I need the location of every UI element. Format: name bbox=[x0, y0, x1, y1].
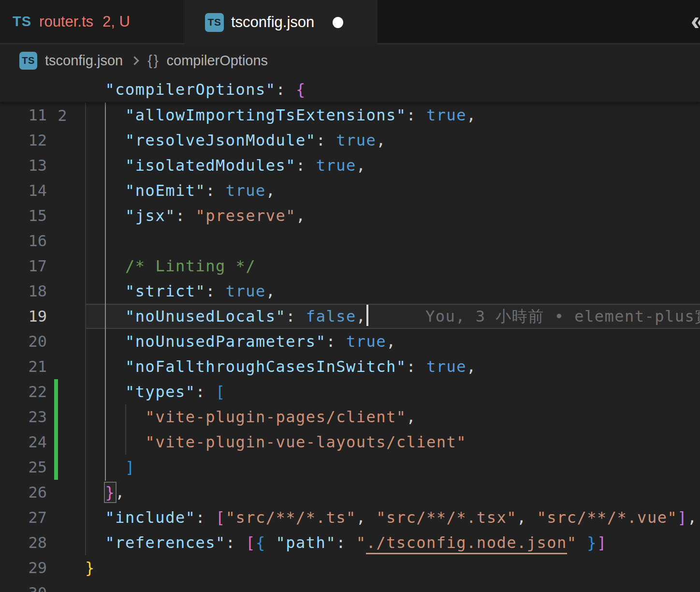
line-content: "noFallthroughCasesInSwitch": true, bbox=[85, 354, 477, 379]
code-token: [ bbox=[246, 533, 256, 552]
tsconfig-file-icon: TS bbox=[19, 52, 37, 70]
code-token: , bbox=[467, 357, 477, 376]
code-token: false bbox=[306, 307, 356, 326]
line-content: ] bbox=[85, 455, 135, 480]
line-number[interactable]: 30 bbox=[0, 580, 47, 592]
code-line[interactable]: 29} bbox=[0, 555, 700, 580]
code-token: ] bbox=[597, 533, 607, 552]
line-content: "allowImportingTsExtensions": true, bbox=[85, 103, 477, 128]
code-token: : bbox=[226, 533, 246, 552]
line-content: /* Linting */ bbox=[85, 253, 256, 279]
object-symbol-icon: {} bbox=[147, 53, 160, 69]
code-token bbox=[577, 533, 587, 552]
code-token: , bbox=[115, 483, 125, 502]
code-token: : bbox=[407, 357, 427, 376]
code-token: "include" bbox=[105, 508, 196, 527]
git-blame-annotation: You, 3 小時前 • element-plus實 bbox=[425, 304, 700, 329]
line-content: }, bbox=[85, 480, 125, 505]
active-indent-guide bbox=[105, 103, 106, 481]
code-token: true bbox=[226, 181, 266, 200]
code-token: "allowImportingTsExtensions" bbox=[125, 106, 406, 124]
code-line[interactable]: 30 bbox=[0, 580, 700, 592]
breadcrumb-file[interactable]: tsconfig.json bbox=[45, 53, 123, 69]
code-line[interactable]: 27"include": ["src/**/*.ts", "src/**/*.t… bbox=[0, 505, 700, 530]
code-token: true bbox=[316, 156, 356, 175]
line-number[interactable]: 22 bbox=[0, 379, 47, 404]
line-number[interactable]: 14 bbox=[0, 178, 47, 203]
code-token: " bbox=[356, 533, 366, 552]
line-number[interactable]: 25 bbox=[0, 455, 47, 480]
code-line[interactable]: 26}, bbox=[0, 480, 700, 505]
code-token: { bbox=[296, 80, 306, 99]
code-token: : bbox=[286, 307, 306, 326]
code-token: : bbox=[195, 508, 216, 527]
tab-tsconfig-json[interactable]: TS tsconfig.json bbox=[185, 0, 378, 44]
line-number[interactable]: 26 bbox=[0, 480, 47, 505]
line-number[interactable]: 17 bbox=[0, 253, 47, 279]
code-token: true bbox=[426, 106, 467, 124]
code-token: , bbox=[386, 332, 396, 351]
line-number[interactable]: 20 bbox=[0, 329, 47, 354]
code-token: : bbox=[336, 533, 356, 552]
code-token: "noUnusedLocals" bbox=[125, 307, 286, 326]
line-number[interactable]: 29 bbox=[0, 555, 47, 580]
code-token: "compilerOptions" bbox=[105, 80, 276, 99]
code-token: "jsx" bbox=[125, 207, 175, 225]
code-editor[interactable]: 11"allowImportingTsExtensions": true,12"… bbox=[0, 103, 700, 592]
code-token: [ bbox=[216, 383, 226, 401]
line-number[interactable]: 23 bbox=[0, 404, 47, 429]
line-number[interactable]: 27 bbox=[0, 505, 47, 530]
git-added-gutter-bar[interactable] bbox=[54, 379, 58, 404]
line-number[interactable]: 15 bbox=[0, 203, 47, 228]
git-added-gutter-bar[interactable] bbox=[54, 404, 58, 429]
code-token: : bbox=[296, 156, 316, 175]
code-token: : bbox=[276, 80, 296, 99]
code-token: ] bbox=[125, 458, 135, 476]
line-content: "vite-plugin-vue-layouts/client" bbox=[85, 429, 467, 455]
code-token: "noFallthroughCasesInSwitch" bbox=[125, 357, 406, 376]
code-token: true bbox=[346, 332, 386, 351]
code-token: , bbox=[376, 131, 386, 149]
code-token: "noEmit" bbox=[125, 181, 205, 200]
breadcrumb-symbol[interactable]: compilerOptions bbox=[167, 53, 268, 69]
sticky-scroll-line[interactable]: 2 "compilerOptions": { bbox=[0, 76, 700, 103]
indent-guide bbox=[85, 103, 86, 555]
git-added-gutter-bar[interactable] bbox=[54, 429, 58, 455]
line-number[interactable]: 16 bbox=[0, 228, 47, 253]
code-token: : bbox=[316, 131, 336, 149]
code-token: , bbox=[356, 508, 377, 527]
line-content: "vite-plugin-pages/client", bbox=[85, 404, 416, 429]
code-token: : bbox=[205, 181, 226, 200]
code-line[interactable]: 28"references": [{ "path": "./tsconfig.n… bbox=[0, 530, 700, 555]
code-token: , bbox=[356, 307, 366, 326]
line-number[interactable]: 13 bbox=[0, 153, 47, 178]
git-added-gutter-bar[interactable] bbox=[54, 455, 58, 480]
breadcrumb: TS tsconfig.json {} compilerOptions bbox=[0, 44, 700, 76]
code-token: { bbox=[256, 533, 266, 552]
typescript-file-icon: TS bbox=[13, 14, 31, 30]
line-number[interactable]: 28 bbox=[0, 530, 47, 555]
code-token: true bbox=[426, 357, 467, 376]
code-token: true bbox=[336, 131, 376, 149]
unsaved-changes-dot-icon[interactable] bbox=[333, 17, 343, 28]
line-content: } bbox=[85, 555, 95, 580]
code-token: [ bbox=[216, 508, 226, 527]
code-token: true bbox=[226, 282, 266, 300]
line-number[interactable]: 21 bbox=[0, 354, 47, 379]
code-token: "isolatedModules" bbox=[125, 156, 296, 175]
text-cursor bbox=[366, 305, 368, 326]
navigate-back-icon[interactable]: « bbox=[691, 5, 700, 36]
tab-router-ts[interactable]: TS router.ts 2, U bbox=[0, 0, 184, 43]
code-token: } bbox=[587, 533, 597, 552]
code-token: "src/**/*.vue" bbox=[537, 508, 677, 527]
line-number[interactable]: 18 bbox=[0, 279, 47, 304]
code-token: "src/**/*.tsx" bbox=[376, 508, 517, 527]
line-content: "types": [ bbox=[85, 379, 226, 404]
line-number[interactable]: 24 bbox=[0, 429, 47, 455]
line-content: "references": [{ "path": "./tsconfig.nod… bbox=[85, 530, 607, 555]
code-token: , bbox=[517, 508, 537, 527]
code-token: "noUnusedParameters" bbox=[125, 332, 326, 351]
line-number[interactable]: 19 bbox=[0, 304, 47, 329]
code-token: /* Linting */ bbox=[125, 257, 256, 275]
editor-tab-bar: TS router.ts 2, U TS tsconfig.json « bbox=[0, 0, 700, 44]
